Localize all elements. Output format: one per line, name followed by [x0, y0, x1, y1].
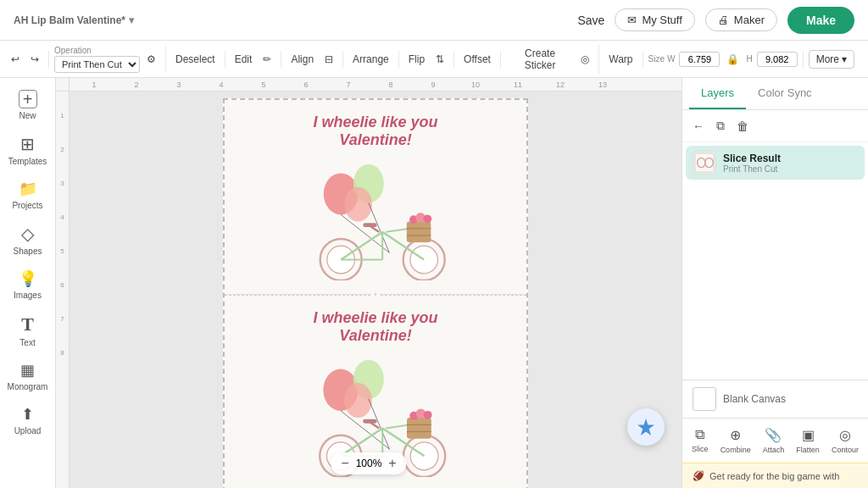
sidebar-item-projects[interactable]: 📁 Projects: [4, 175, 52, 215]
flip-button[interactable]: Flip: [404, 51, 429, 68]
create-sticker-group: Create Sticker ◎: [506, 45, 599, 74]
sidebar-item-upload[interactable]: ⬆ Upload: [4, 400, 52, 441]
layer-item-slice-result[interactable]: Slice Result Print Then Cut: [686, 146, 865, 180]
sidebar-label-new: New: [19, 111, 36, 120]
offset-button[interactable]: Offset: [459, 51, 495, 68]
svg-rect-14: [363, 223, 376, 227]
sidebar-item-new[interactable]: + New: [4, 85, 52, 125]
project-title: AH Lip Balm Valentine* ▾: [14, 14, 567, 26]
attach-button[interactable]: 📎 Attach: [758, 424, 790, 458]
align-icon-btn[interactable]: ⊟: [320, 51, 337, 68]
svg-rect-37: [363, 419, 376, 424]
monogram-icon: ▦: [20, 361, 35, 380]
arrange-group: Arrange: [348, 51, 399, 68]
card-title-1: I wheelie like you Valentine!: [313, 114, 437, 149]
new-icon: +: [19, 90, 37, 108]
blank-canvas-row: Blank Canvas: [682, 380, 868, 418]
arrange-button[interactable]: Arrange: [348, 51, 393, 68]
operation-icon-btn[interactable]: ⚙: [142, 51, 160, 68]
contour-button[interactable]: ◎ Contour: [826, 424, 864, 458]
text-icon: T: [21, 313, 34, 336]
layers-duplicate-button[interactable]: ⧉: [713, 115, 728, 136]
deselect-button[interactable]: Deselect: [171, 51, 220, 68]
ruler-vertical: 1 2 3 4 5 6 7 8: [56, 92, 70, 488]
topbar: AH Lip Balm Valentine* ▾ Save ✉ My Stuff…: [0, 0, 868, 41]
sidebar-item-monogram[interactable]: ▦ Monogram: [4, 356, 52, 396]
edit-button[interactable]: Edit: [231, 51, 257, 68]
ruler-corner: [56, 78, 70, 92]
upload-icon: ⬆: [21, 405, 34, 424]
align-button[interactable]: Align: [287, 51, 318, 68]
sidebar-item-templates[interactable]: ⊞ Templates: [4, 129, 52, 171]
deselect-group: Deselect: [171, 51, 225, 68]
sidebar-item-shapes[interactable]: ◇ Shapes: [4, 219, 52, 261]
align-group: Align ⊟: [287, 51, 343, 68]
maker-icon: 🖨: [718, 14, 729, 26]
edit-group: Edit ✏: [231, 51, 282, 68]
svg-point-25: [344, 383, 372, 418]
maker-button[interactable]: 🖨 Maker: [705, 8, 777, 31]
toolbar: ↩ ↪ Operation Print Then Cut Cut ⚙ Desel…: [0, 41, 868, 78]
width-input[interactable]: [679, 52, 720, 67]
sparkle-icon: [636, 417, 656, 437]
design-canvas[interactable]: I wheelie like you Valentine!: [223, 98, 528, 488]
shapes-icon: ◇: [21, 224, 34, 244]
make-button[interactable]: Make: [787, 7, 854, 34]
templates-icon: ⊞: [20, 134, 35, 154]
sidebar-item-text[interactable]: T Text: [4, 308, 52, 352]
ai-assistant-button[interactable]: [627, 408, 665, 446]
layer-name: Slice Result: [723, 152, 858, 164]
canvas-content[interactable]: I wheelie like you Valentine!: [70, 92, 682, 488]
panel-bottom-tools: ⧉ Slice ⊕ Combine 📎 Attach ▣ Flatten ◎ C…: [682, 418, 868, 463]
promo-bar[interactable]: 🏈 Get ready for the big game with: [682, 463, 868, 488]
more-group: More ▾: [809, 50, 860, 69]
create-sticker-button[interactable]: Create Sticker: [506, 45, 574, 74]
title-text: AH Lip Balm Valentine*: [14, 14, 125, 26]
panel-tabs: Layers Color Sync: [682, 78, 868, 110]
size-group: Size W 🔒 H: [648, 51, 804, 68]
layer-subtitle: Print Then Cut: [723, 164, 858, 174]
design-card-1: I wheelie like you Valentine!: [225, 100, 526, 295]
svg-point-2: [344, 187, 372, 222]
sticker-icon-btn[interactable]: ◎: [576, 51, 593, 68]
flatten-button[interactable]: ▣ Flatten: [791, 424, 825, 458]
left-sidebar: + New ⊞ Templates 📁 Projects ◇ Shapes 💡 …: [0, 78, 56, 488]
tab-color-sync[interactable]: Color Sync: [746, 78, 824, 109]
operation-select[interactable]: Print Then Cut Cut: [54, 56, 140, 73]
flip-group: Flip ⇅: [404, 51, 454, 68]
layers-back-button[interactable]: ←: [689, 116, 708, 136]
warp-button[interactable]: Warp: [604, 51, 637, 68]
undo-button[interactable]: ↩: [7, 51, 24, 68]
combine-button[interactable]: ⊕ Combine: [715, 424, 756, 458]
zoom-in-button[interactable]: +: [388, 456, 396, 471]
sidebar-label-projects: Projects: [12, 201, 42, 210]
slice-button[interactable]: ⧉ Slice: [687, 424, 714, 458]
promo-icon: 🏈: [693, 470, 704, 481]
mystuff-icon: ✉: [627, 14, 637, 26]
my-stuff-button[interactable]: ✉ My Stuff: [615, 8, 694, 31]
lock-icon[interactable]: 🔒: [722, 51, 743, 68]
layers-list: Slice Result Print Then Cut: [682, 142, 868, 380]
svg-point-45: [424, 411, 432, 419]
attach-icon: 📎: [765, 427, 782, 443]
tab-layers[interactable]: Layers: [689, 78, 746, 109]
main-area: + New ⊞ Templates 📁 Projects ◇ Shapes 💡 …: [0, 78, 868, 488]
save-button[interactable]: Save: [577, 14, 604, 27]
slice-icon: ⧉: [695, 427, 704, 442]
redo-button[interactable]: ↪: [26, 51, 43, 68]
title-dropdown-arrow[interactable]: ▾: [129, 14, 134, 26]
sidebar-label-upload: Upload: [14, 426, 42, 435]
sidebar-label-monogram: Monogram: [8, 382, 48, 391]
flip-icon-btn[interactable]: ⇅: [431, 51, 448, 68]
layers-delete-button[interactable]: 🗑: [733, 116, 752, 136]
height-input[interactable]: [757, 52, 798, 67]
svg-rect-17: [407, 222, 431, 243]
contour-icon: ◎: [839, 427, 851, 443]
more-button[interactable]: More ▾: [809, 50, 854, 69]
size-label: Size: [648, 54, 665, 64]
topbar-actions: Save ✉ My Stuff 🖨 Maker Make: [577, 7, 854, 34]
edit-icon-btn[interactable]: ✏: [259, 51, 275, 68]
sidebar-item-images[interactable]: 💡 Images: [4, 264, 52, 305]
layer-info: Slice Result Print Then Cut: [723, 152, 858, 174]
zoom-out-button[interactable]: −: [341, 456, 348, 471]
